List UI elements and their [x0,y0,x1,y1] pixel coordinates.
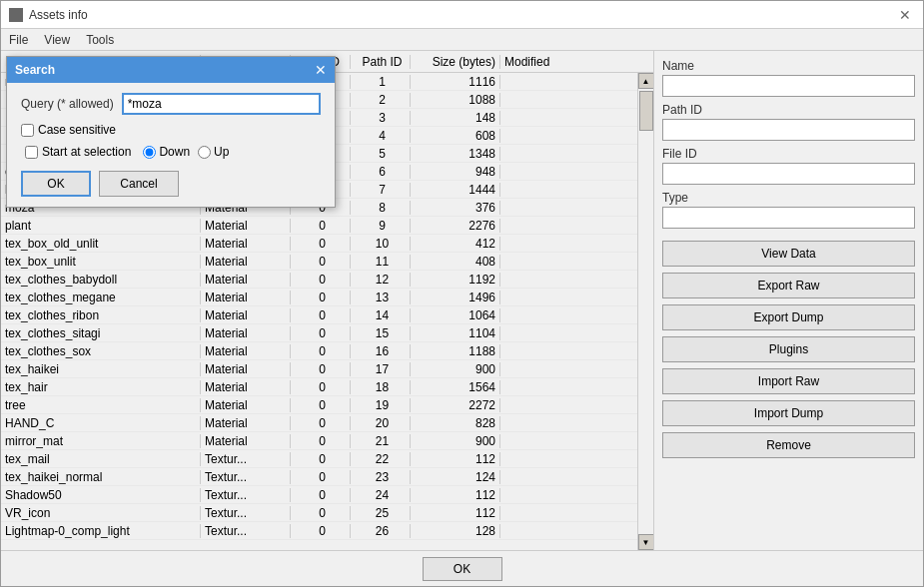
view-data-button[interactable]: View Data [662,241,915,267]
cell-pathid: 9 [351,219,411,233]
table-row[interactable]: tex_clothes_sitagi Material 0 15 1104 [1,324,637,342]
table-row[interactable]: tex_haikei_normal Textur... 0 23 124 [1,468,637,486]
direction-up-item: Up [198,145,229,159]
menu-file[interactable]: File [1,31,36,49]
export-raw-button[interactable]: Export Raw [662,273,915,298]
close-button[interactable]: ✕ [895,5,915,25]
table-row[interactable]: mirror_mat Material 0 21 900 [1,432,637,450]
search-dialog: Search ✕ Query (* allowed) Case sensitiv… [6,56,336,208]
right-panel: Name Path ID File ID Type View Data Expo… [653,51,923,550]
direction-radio-group: Down Up [143,145,229,159]
main-window: Assets info ✕ File View Tools Name Type … [0,0,924,587]
cell-pathid: 19 [351,398,411,412]
search-dialog-title-bar: Search ✕ [7,57,335,83]
cell-fileid: 0 [291,308,351,322]
cell-pathid: 3 [351,111,411,125]
case-sensitive-checkbox[interactable] [21,124,34,137]
cell-size: 1088 [411,93,500,107]
scroll-thumb[interactable] [639,91,653,131]
cell-name: plant [1,219,201,233]
modal-buttons: OK Cancel [21,171,321,197]
cell-size: 900 [411,434,500,448]
remove-button[interactable]: Remove [662,432,915,458]
cell-type: Material [201,273,291,287]
table-row[interactable]: Shadow50 Textur... 0 24 112 [1,486,637,504]
type-field-group: Type [662,191,915,229]
cell-pathid: 22 [351,452,411,466]
table-row[interactable]: VR_icon Textur... 0 25 112 [1,504,637,522]
cell-size: 2276 [411,219,500,233]
search-cancel-button[interactable]: Cancel [99,171,179,197]
export-dump-button[interactable]: Export Dump [662,304,915,330]
cell-size: 124 [411,470,500,484]
pathid-input[interactable] [662,119,915,141]
import-dump-button[interactable]: Import Dump [662,400,915,426]
cell-name: Shadow50 [1,488,201,502]
window-title: Assets info [29,8,88,22]
cell-fileid: 0 [291,380,351,394]
fileid-input[interactable] [662,163,915,185]
buttons-group: View Data Export Raw Export Dump Plugins… [662,241,915,458]
search-dialog-title: Search [15,63,55,77]
cell-fileid: 0 [291,416,351,430]
cell-size: 112 [411,506,500,520]
table-row[interactable]: tex_mail Textur... 0 22 112 [1,450,637,468]
cell-pathid: 16 [351,344,411,358]
table-row[interactable]: HAND_C Material 0 20 828 [1,414,637,432]
cell-name: tex_haikei_normal [1,470,201,484]
cell-pathid: 15 [351,326,411,340]
name-input[interactable] [662,75,915,97]
table-row[interactable]: tex_box_old_unlit Material 0 10 412 [1,235,637,253]
table-row[interactable]: Lightmap-0_comp_light Textur... 0 26 128 [1,522,637,540]
table-row[interactable]: tex_clothes_sox Material 0 16 1188 [1,342,637,360]
type-input[interactable] [662,207,915,229]
search-ok-button[interactable]: OK [21,171,91,197]
cell-pathid: 24 [351,488,411,502]
cell-name: tex_box_unlit [1,255,201,269]
plugins-button[interactable]: Plugins [662,336,915,362]
query-input[interactable] [122,93,321,115]
cell-pathid: 11 [351,255,411,269]
table-row[interactable]: tex_box_unlit Material 0 11 408 [1,253,637,271]
menu-view[interactable]: View [36,31,78,49]
search-dialog-close[interactable]: ✕ [315,62,327,78]
import-raw-button[interactable]: Import Raw [662,368,915,394]
cell-pathid: 21 [351,434,411,448]
direction-up-radio[interactable] [198,146,211,159]
cell-size: 900 [411,362,500,376]
table-row[interactable]: plant Material 0 9 2276 [1,217,637,235]
cell-size: 608 [411,129,500,143]
ok-button[interactable]: OK [423,557,502,581]
cell-fileid: 0 [291,273,351,287]
cell-fileid: 0 [291,398,351,412]
menu-tools[interactable]: Tools [78,31,122,49]
table-row[interactable]: tex_clothes_babydoll Material 0 12 1192 [1,271,637,289]
cell-name: tex_clothes_sox [1,344,201,358]
direction-down-radio[interactable] [143,146,156,159]
table-row[interactable]: tex_hair Material 0 18 1564 [1,378,637,396]
scroll-up-btn[interactable]: ▲ [638,73,654,89]
fileid-field-group: File ID [662,147,915,185]
cell-fileid: 0 [291,524,351,538]
table-row[interactable]: tex_clothes_ribon Material 0 14 1064 [1,306,637,324]
cell-fileid: 0 [291,362,351,376]
cell-type: Material [201,219,291,233]
query-label: Query (* allowed) [21,97,114,111]
cell-size: 1444 [411,183,500,197]
cell-pathid: 14 [351,308,411,322]
search-dialog-body: Query (* allowed) Case sensitive Start a… [7,83,335,207]
cell-size: 1188 [411,344,500,358]
start-at-selection-item: Start at selection [25,145,131,159]
table-row[interactable]: tex_clothes_megane Material 0 13 1496 [1,289,637,306]
table-row[interactable]: tex_haikei Material 0 17 900 [1,360,637,378]
direction-down-label: Down [159,145,190,159]
scroll-down-btn[interactable]: ▼ [638,534,654,550]
cell-type: Textur... [201,506,291,520]
cell-pathid: 4 [351,129,411,143]
scrollbar[interactable]: ▲ ▼ [637,73,653,550]
start-at-selection-checkbox[interactable] [25,146,38,159]
cell-pathid: 26 [351,524,411,538]
cell-type: Textur... [201,488,291,502]
fileid-label: File ID [662,147,915,161]
table-row[interactable]: tree Material 0 19 2272 [1,396,637,414]
